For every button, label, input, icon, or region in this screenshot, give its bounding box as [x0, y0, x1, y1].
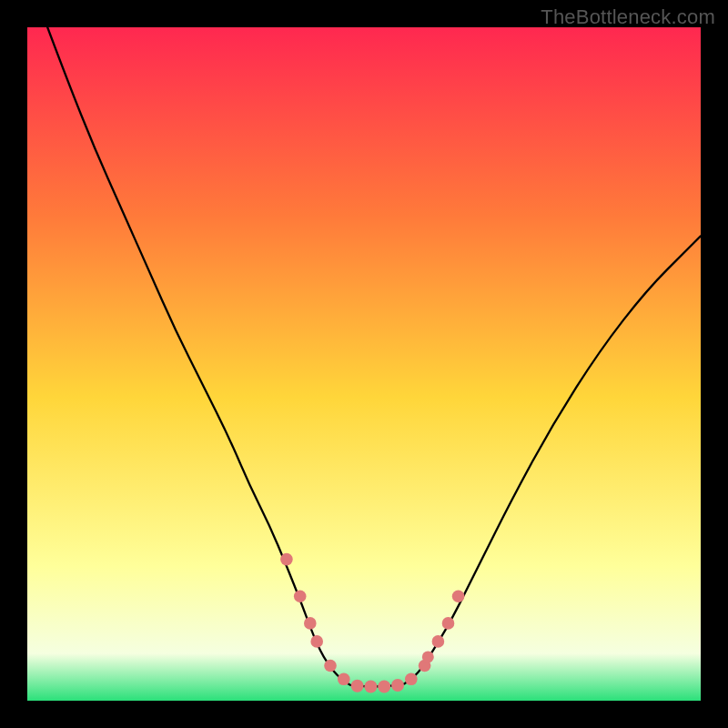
data-marker	[378, 680, 390, 693]
gradient-background	[27, 27, 701, 701]
data-marker	[442, 617, 455, 630]
data-marker	[280, 553, 293, 566]
chart-frame: TheBottleneck.com	[0, 0, 728, 728]
watermark-text: TheBottleneck.com	[541, 5, 715, 29]
data-marker	[422, 651, 434, 662]
data-marker	[405, 673, 418, 686]
data-marker	[304, 617, 317, 630]
data-marker	[294, 591, 307, 603]
data-marker	[351, 680, 364, 693]
data-marker	[324, 660, 337, 672]
data-marker	[310, 635, 323, 648]
data-marker	[432, 635, 445, 648]
data-marker	[364, 680, 377, 693]
data-marker	[338, 673, 350, 686]
data-marker	[391, 679, 404, 692]
plot-area	[27, 27, 701, 701]
chart-svg	[27, 27, 701, 701]
data-marker	[452, 591, 465, 603]
